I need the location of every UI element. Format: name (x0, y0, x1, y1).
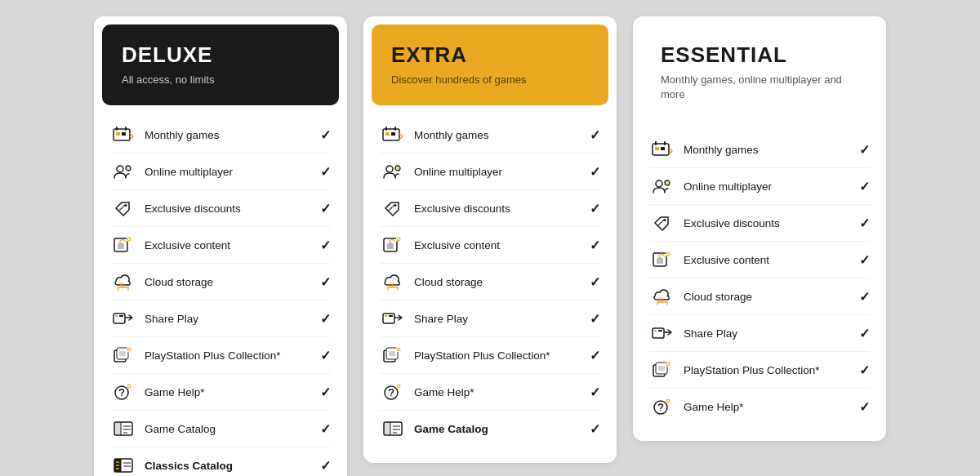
classics-icon (110, 455, 136, 476)
discount-icon (110, 198, 136, 219)
svg-point-10 (119, 210, 121, 211)
discount-icon (380, 198, 406, 219)
feature-label: Exclusive discounts (145, 202, 314, 215)
feature-label: Online multiplayer (145, 166, 314, 178)
feature-check: ✓ (320, 311, 331, 327)
list-item: Exclusive discounts✓ (380, 190, 600, 227)
feature-check: ✓ (859, 363, 870, 378)
feature-label: PlayStation Plus Collection* (684, 364, 853, 376)
deluxe-features: Monthly games✓ Online multiplayer✓ Exclu… (94, 105, 347, 476)
svg-rect-2 (122, 132, 126, 136)
svg-rect-87 (661, 147, 665, 150)
feature-label: Exclusive content (414, 239, 583, 251)
cloud-icon (649, 286, 675, 307)
list-item: Cloud storage✓ (649, 278, 870, 315)
svg-rect-16 (114, 314, 125, 323)
svg-rect-50 (385, 132, 390, 136)
feature-label: Game Help* (684, 401, 853, 413)
essential-title: ESSENTIAL (661, 42, 858, 68)
svg-rect-80 (384, 422, 390, 435)
monthly-icon (110, 124, 136, 145)
list-item: Online multiplayer✓ (649, 168, 870, 205)
list-item: Classics Catalog✓ (110, 447, 331, 476)
card-deluxe: DELUXEAll access, no limits Monthly game… (94, 16, 347, 476)
list-item: Share Play✓ (649, 315, 870, 352)
multiplayer-icon (110, 161, 136, 182)
list-item: Monthly games✓ (380, 117, 600, 153)
feature-check: ✓ (859, 179, 870, 194)
svg-point-92 (666, 181, 669, 185)
cloud-icon (110, 271, 136, 292)
svg-point-90 (656, 180, 662, 187)
svg-rect-101 (653, 328, 664, 338)
feature-check: ✓ (320, 164, 331, 180)
essential-header: ESSENTIALMonthly games, online multiplay… (641, 24, 878, 120)
svg-rect-52 (385, 127, 387, 131)
svg-rect-109 (658, 366, 665, 371)
collection-icon (380, 345, 406, 366)
svg-rect-88 (655, 141, 657, 145)
list-item: Online multiplayer✓ (110, 153, 331, 190)
svg-point-11 (122, 207, 124, 208)
share-icon (110, 308, 136, 329)
list-item: Share Play✓ (110, 300, 331, 337)
svg-rect-73 (389, 351, 395, 356)
essential-features: Monthly games✓ Online multiplayer✓ Exclu… (633, 120, 886, 441)
multiplayer-icon (380, 161, 406, 182)
svg-rect-51 (391, 132, 395, 136)
svg-rect-4 (125, 127, 127, 131)
deluxe-title: DELUXE (122, 42, 319, 68)
collection-icon (649, 359, 675, 380)
list-item: PlayStation Plus Collection*✓ (649, 352, 870, 389)
feature-label: Exclusive content (684, 254, 853, 266)
list-item: Cloud storage✓ (380, 264, 600, 300)
feature-label: Cloud storage (414, 276, 583, 288)
content-icon (380, 234, 406, 256)
feature-check: ✓ (590, 201, 600, 216)
svg-rect-18 (119, 315, 123, 317)
feature-label: Game Catalog (145, 423, 314, 435)
list-item: Game Help*✓ (649, 389, 870, 425)
feature-label: Cloud storage (684, 291, 853, 303)
help-icon (110, 381, 136, 403)
monthly-icon (649, 139, 675, 160)
svg-rect-31 (114, 422, 121, 435)
feature-label: Exclusive discounts (414, 202, 583, 215)
extra-title: EXTRA (391, 42, 589, 68)
feature-check: ✓ (859, 142, 870, 158)
feature-check: ✓ (859, 216, 870, 231)
feature-check: ✓ (320, 127, 331, 143)
feature-label: Monthly games (684, 144, 853, 156)
list-item: Exclusive discounts✓ (110, 190, 331, 227)
feature-check: ✓ (859, 289, 870, 305)
feature-label: Share Play (414, 313, 583, 325)
feature-check: ✓ (590, 311, 600, 327)
feature-label: Exclusive content (145, 239, 314, 251)
svg-rect-53 (394, 127, 396, 131)
catalog-icon (110, 418, 136, 439)
content-icon (649, 249, 675, 270)
svg-point-54 (386, 166, 393, 172)
feature-label: Exclusive discounts (684, 217, 853, 229)
feature-check: ✓ (590, 274, 600, 290)
feature-check: ✓ (320, 238, 331, 253)
feature-check: ✓ (590, 421, 600, 437)
list-item: Exclusive discounts✓ (649, 205, 870, 242)
catalog-icon (380, 418, 406, 439)
svg-point-59 (389, 210, 390, 211)
list-item: Game Catalog✓ (380, 411, 600, 447)
feature-check: ✓ (320, 458, 331, 474)
feature-check: ✓ (320, 274, 331, 290)
feature-label: Monthly games (145, 129, 314, 141)
feature-label: Game Catalog (414, 423, 583, 435)
list-item: PlayStation Plus Collection*✓ (380, 337, 600, 374)
svg-point-5 (117, 166, 123, 172)
help-icon (380, 381, 406, 403)
list-item: Exclusive content✓ (110, 227, 331, 264)
svg-point-75 (390, 395, 392, 397)
deluxe-header: DELUXEAll access, no limits (102, 24, 339, 105)
card-extra: EXTRADiscover hundreds of games Monthly … (363, 16, 617, 463)
svg-point-7 (127, 167, 130, 170)
list-item: Online multiplayer✓ (380, 153, 600, 190)
svg-rect-102 (654, 330, 657, 331)
